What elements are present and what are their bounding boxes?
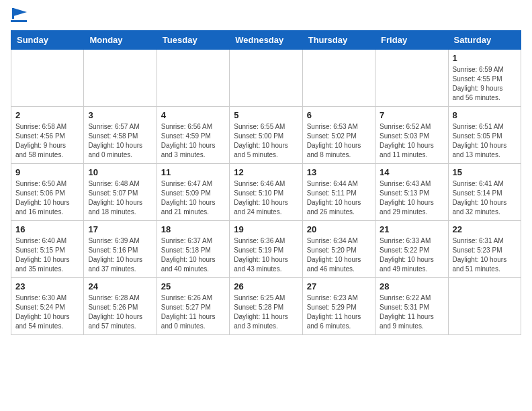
day-cell-24: 24Sunrise: 6:28 AM Sunset: 5:26 PM Dayli… bbox=[84, 278, 157, 335]
week-row-1: 1Sunrise: 6:59 AM Sunset: 4:55 PM Daylig… bbox=[11, 50, 521, 107]
day-number: 10 bbox=[88, 167, 152, 177]
day-cell-9: 9Sunrise: 6:50 AM Sunset: 5:06 PM Daylig… bbox=[11, 164, 84, 221]
weekday-header-friday: Friday bbox=[375, 31, 448, 50]
day-cell-3: 3Sunrise: 6:57 AM Sunset: 4:58 PM Daylig… bbox=[84, 107, 157, 164]
day-number: 1 bbox=[453, 53, 517, 63]
day-cell-15: 15Sunrise: 6:41 AM Sunset: 5:14 PM Dayli… bbox=[448, 164, 521, 221]
week-row-3: 9Sunrise: 6:50 AM Sunset: 5:06 PM Daylig… bbox=[11, 164, 521, 221]
day-detail: Sunrise: 6:43 AM Sunset: 5:13 PM Dayligh… bbox=[380, 179, 443, 217]
week-row-5: 23Sunrise: 6:30 AM Sunset: 5:24 PM Dayli… bbox=[11, 278, 521, 335]
week-row-2: 2Sunrise: 6:58 AM Sunset: 4:56 PM Daylig… bbox=[11, 107, 521, 164]
day-cell-10: 10Sunrise: 6:48 AM Sunset: 5:07 PM Dayli… bbox=[84, 164, 157, 221]
day-number: 15 bbox=[453, 167, 517, 177]
empty-cell bbox=[157, 50, 229, 107]
empty-cell bbox=[84, 50, 157, 107]
day-number: 8 bbox=[453, 110, 517, 120]
day-cell-7: 7Sunrise: 6:52 AM Sunset: 5:03 PM Daylig… bbox=[375, 107, 448, 164]
day-number: 23 bbox=[15, 281, 79, 291]
svg-rect-1 bbox=[12, 8, 14, 19]
day-detail: Sunrise: 6:48 AM Sunset: 5:07 PM Dayligh… bbox=[88, 179, 152, 217]
day-number: 7 bbox=[380, 110, 443, 120]
day-number: 27 bbox=[307, 281, 371, 291]
weekday-header-sunday: Sunday bbox=[11, 31, 84, 50]
day-cell-12: 12Sunrise: 6:46 AM Sunset: 5:10 PM Dayli… bbox=[230, 164, 302, 221]
day-number: 3 bbox=[88, 110, 152, 120]
day-cell-8: 8Sunrise: 6:51 AM Sunset: 5:05 PM Daylig… bbox=[448, 107, 521, 164]
day-number: 14 bbox=[380, 167, 443, 177]
day-number: 16 bbox=[15, 224, 79, 234]
day-number: 12 bbox=[234, 167, 298, 177]
day-detail: Sunrise: 6:55 AM Sunset: 5:00 PM Dayligh… bbox=[234, 122, 298, 160]
day-detail: Sunrise: 6:56 AM Sunset: 4:59 PM Dayligh… bbox=[161, 122, 225, 160]
day-cell-20: 20Sunrise: 6:34 AM Sunset: 5:20 PM Dayli… bbox=[302, 221, 375, 278]
calendar-table: SundayMondayTuesdayWednesdayThursdayFrid… bbox=[11, 30, 521, 335]
weekday-header-thursday: Thursday bbox=[302, 31, 375, 50]
day-cell-26: 26Sunrise: 6:25 AM Sunset: 5:28 PM Dayli… bbox=[230, 278, 302, 335]
page-header bbox=[11, 11, 521, 22]
day-number: 11 bbox=[161, 167, 225, 177]
day-detail: Sunrise: 6:31 AM Sunset: 5:23 PM Dayligh… bbox=[453, 236, 517, 274]
day-detail: Sunrise: 6:33 AM Sunset: 5:22 PM Dayligh… bbox=[380, 236, 443, 274]
empty-cell bbox=[448, 278, 521, 335]
day-number: 6 bbox=[307, 110, 371, 120]
day-detail: Sunrise: 6:25 AM Sunset: 5:28 PM Dayligh… bbox=[234, 293, 298, 331]
day-detail: Sunrise: 6:46 AM Sunset: 5:10 PM Dayligh… bbox=[234, 179, 298, 217]
day-cell-18: 18Sunrise: 6:37 AM Sunset: 5:18 PM Dayli… bbox=[157, 221, 229, 278]
day-detail: Sunrise: 6:37 AM Sunset: 5:18 PM Dayligh… bbox=[161, 236, 225, 274]
weekday-header-row: SundayMondayTuesdayWednesdayThursdayFrid… bbox=[11, 31, 521, 50]
day-number: 5 bbox=[234, 110, 298, 120]
day-number: 26 bbox=[234, 281, 298, 291]
day-cell-21: 21Sunrise: 6:33 AM Sunset: 5:22 PM Dayli… bbox=[375, 221, 448, 278]
empty-cell bbox=[302, 50, 375, 107]
day-detail: Sunrise: 6:41 AM Sunset: 5:14 PM Dayligh… bbox=[453, 179, 517, 217]
day-number: 25 bbox=[161, 281, 225, 291]
empty-cell bbox=[375, 50, 448, 107]
day-cell-25: 25Sunrise: 6:26 AM Sunset: 5:27 PM Dayli… bbox=[157, 278, 229, 335]
day-cell-17: 17Sunrise: 6:39 AM Sunset: 5:16 PM Dayli… bbox=[84, 221, 157, 278]
day-cell-14: 14Sunrise: 6:43 AM Sunset: 5:13 PM Dayli… bbox=[375, 164, 448, 221]
day-cell-5: 5Sunrise: 6:55 AM Sunset: 5:00 PM Daylig… bbox=[230, 107, 302, 164]
day-number: 28 bbox=[380, 281, 443, 291]
day-detail: Sunrise: 6:51 AM Sunset: 5:05 PM Dayligh… bbox=[453, 122, 517, 160]
logo-flag-icon bbox=[12, 8, 27, 19]
weekday-header-saturday: Saturday bbox=[448, 31, 521, 50]
weekday-header-monday: Monday bbox=[84, 31, 157, 50]
day-cell-1: 1Sunrise: 6:59 AM Sunset: 4:55 PM Daylig… bbox=[448, 50, 521, 107]
logo bbox=[11, 11, 27, 22]
day-detail: Sunrise: 6:28 AM Sunset: 5:26 PM Dayligh… bbox=[88, 293, 152, 331]
day-number: 22 bbox=[453, 224, 517, 234]
day-detail: Sunrise: 6:40 AM Sunset: 5:15 PM Dayligh… bbox=[15, 236, 79, 274]
day-detail: Sunrise: 6:26 AM Sunset: 5:27 PM Dayligh… bbox=[161, 293, 225, 331]
day-number: 13 bbox=[307, 167, 371, 177]
week-row-4: 16Sunrise: 6:40 AM Sunset: 5:15 PM Dayli… bbox=[11, 221, 521, 278]
day-detail: Sunrise: 6:59 AM Sunset: 4:55 PM Dayligh… bbox=[453, 65, 517, 103]
day-detail: Sunrise: 6:23 AM Sunset: 5:29 PM Dayligh… bbox=[307, 293, 371, 331]
day-detail: Sunrise: 6:36 AM Sunset: 5:19 PM Dayligh… bbox=[234, 236, 298, 274]
day-number: 4 bbox=[161, 110, 225, 120]
day-number: 2 bbox=[15, 110, 79, 120]
day-detail: Sunrise: 6:47 AM Sunset: 5:09 PM Dayligh… bbox=[161, 179, 225, 217]
day-detail: Sunrise: 6:39 AM Sunset: 5:16 PM Dayligh… bbox=[88, 236, 152, 274]
weekday-header-wednesday: Wednesday bbox=[230, 31, 302, 50]
weekday-header-tuesday: Tuesday bbox=[157, 31, 229, 50]
day-cell-19: 19Sunrise: 6:36 AM Sunset: 5:19 PM Dayli… bbox=[230, 221, 302, 278]
empty-cell bbox=[230, 50, 302, 107]
day-number: 21 bbox=[380, 224, 443, 234]
day-number: 17 bbox=[88, 224, 152, 234]
day-number: 9 bbox=[15, 167, 79, 177]
empty-cell bbox=[11, 50, 84, 107]
day-cell-2: 2Sunrise: 6:58 AM Sunset: 4:56 PM Daylig… bbox=[11, 107, 84, 164]
day-cell-27: 27Sunrise: 6:23 AM Sunset: 5:29 PM Dayli… bbox=[302, 278, 375, 335]
day-cell-16: 16Sunrise: 6:40 AM Sunset: 5:15 PM Dayli… bbox=[11, 221, 84, 278]
day-cell-28: 28Sunrise: 6:22 AM Sunset: 5:31 PM Dayli… bbox=[375, 278, 448, 335]
day-detail: Sunrise: 6:50 AM Sunset: 5:06 PM Dayligh… bbox=[15, 179, 79, 217]
day-detail: Sunrise: 6:34 AM Sunset: 5:20 PM Dayligh… bbox=[307, 236, 371, 274]
day-detail: Sunrise: 6:57 AM Sunset: 4:58 PM Dayligh… bbox=[88, 122, 152, 160]
day-detail: Sunrise: 6:22 AM Sunset: 5:31 PM Dayligh… bbox=[380, 293, 443, 331]
logo-underline bbox=[11, 20, 27, 22]
day-cell-13: 13Sunrise: 6:44 AM Sunset: 5:11 PM Dayli… bbox=[302, 164, 375, 221]
day-detail: Sunrise: 6:53 AM Sunset: 5:02 PM Dayligh… bbox=[307, 122, 371, 160]
day-detail: Sunrise: 6:44 AM Sunset: 5:11 PM Dayligh… bbox=[307, 179, 371, 217]
day-cell-6: 6Sunrise: 6:53 AM Sunset: 5:02 PM Daylig… bbox=[302, 107, 375, 164]
day-cell-23: 23Sunrise: 6:30 AM Sunset: 5:24 PM Dayli… bbox=[11, 278, 84, 335]
